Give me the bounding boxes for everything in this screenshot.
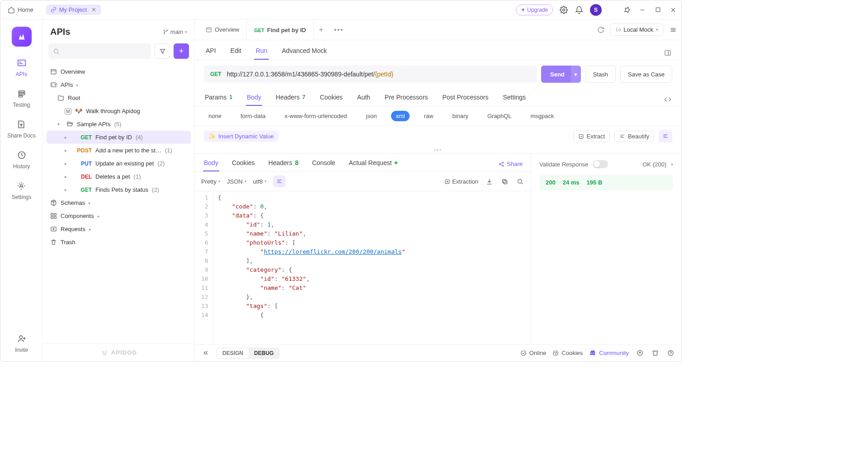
home-button[interactable]: Home bbox=[4, 5, 37, 15]
body-type-msgpack[interactable]: msgpack bbox=[526, 111, 558, 121]
tree-apis-group[interactable]: APIs ▸ bbox=[47, 78, 191, 91]
tree-endpoint[interactable]: ▸ GET Find pet by ID (4) bbox=[47, 131, 191, 144]
branch-selector[interactable]: main ▾ bbox=[163, 28, 187, 35]
mode-advanced-mock[interactable]: Advanced Mock bbox=[280, 47, 329, 60]
new-tab-button[interactable]: + bbox=[314, 26, 329, 34]
tree-requests[interactable]: Requests ▸ bbox=[47, 222, 191, 236]
body-type-form-data[interactable]: form-data bbox=[236, 111, 270, 121]
tree-overview[interactable]: Overview bbox=[47, 65, 191, 78]
extract-button[interactable]: Extract bbox=[573, 131, 610, 142]
pin-icon[interactable] bbox=[623, 5, 632, 14]
collapse-left-icon[interactable] bbox=[201, 349, 210, 358]
req-tab-pre[interactable]: Pre Processors bbox=[384, 94, 429, 106]
mode-design[interactable]: DESIGN bbox=[217, 348, 249, 358]
sidebar-search-input[interactable] bbox=[48, 43, 151, 59]
tree-components[interactable]: Components ▸ bbox=[47, 209, 191, 222]
tree-root[interactable]: Root bbox=[47, 91, 191, 104]
rail-history[interactable]: History bbox=[13, 149, 30, 170]
response-body-viewer[interactable]: 1234567891011121314 { "code": 0, "data":… bbox=[195, 191, 531, 344]
search-response-icon[interactable] bbox=[515, 177, 524, 186]
req-tab-body[interactable]: Body bbox=[246, 94, 262, 106]
rail-apis[interactable]: APIs bbox=[15, 57, 28, 77]
mode-debug[interactable]: DEBUG bbox=[249, 348, 279, 358]
resize-handle[interactable]: ••• bbox=[195, 146, 681, 153]
body-type-xml[interactable]: xml bbox=[391, 111, 409, 121]
refresh-icon[interactable] bbox=[596, 25, 605, 34]
body-type-binary[interactable]: binary bbox=[448, 111, 473, 121]
chevron-down-icon[interactable]: ▾ bbox=[671, 162, 673, 167]
shirt-icon[interactable] bbox=[651, 349, 660, 358]
req-tab-auth[interactable]: Auth bbox=[356, 94, 371, 106]
tree-sample-apis[interactable]: ▾ Sample APIs (5) bbox=[47, 118, 191, 131]
resp-tab-cookies[interactable]: Cookies bbox=[231, 159, 256, 171]
rail-invite[interactable]: Invite bbox=[15, 332, 28, 353]
body-type-none[interactable]: none bbox=[204, 111, 226, 121]
tree-trash[interactable]: Trash bbox=[47, 236, 191, 249]
download-icon[interactable] bbox=[485, 177, 494, 186]
tab-more-icon[interactable]: ••• bbox=[329, 26, 349, 33]
close-tab-icon[interactable]: ✕ bbox=[91, 6, 96, 13]
wrap-toggle-icon[interactable] bbox=[273, 175, 286, 187]
send-dropdown[interactable]: ▾ bbox=[571, 66, 581, 83]
resp-tab-console[interactable]: Console bbox=[311, 159, 336, 171]
close-window-icon[interactable] bbox=[669, 5, 678, 14]
tree-endpoint[interactable]: ▸ PUT Update an existing pet (2) bbox=[47, 157, 191, 170]
app-logo[interactable] bbox=[12, 27, 32, 47]
gear-icon[interactable] bbox=[559, 5, 568, 14]
tree-schemas[interactable]: Schemas ▸ bbox=[47, 196, 191, 209]
tree-endpoint[interactable]: ▸ GET Finds Pets by status (2) bbox=[47, 183, 191, 196]
panel-toggle-icon[interactable] bbox=[663, 51, 672, 60]
status-online[interactable]: Online bbox=[520, 350, 547, 356]
help-icon[interactable] bbox=[666, 349, 675, 358]
bell-icon[interactable] bbox=[575, 5, 584, 14]
upload-icon[interactable] bbox=[635, 349, 644, 358]
resp-tab-headers[interactable]: Headers8 bbox=[268, 159, 300, 171]
save-as-case-button[interactable]: Save as Case bbox=[620, 66, 672, 83]
view-pretty-select[interactable]: Pretty▾ bbox=[201, 178, 221, 185]
req-tab-headers[interactable]: Headers7 bbox=[275, 94, 307, 106]
stash-button[interactable]: Stash bbox=[585, 66, 616, 83]
validate-response-toggle[interactable] bbox=[593, 160, 608, 168]
filter-button[interactable] bbox=[155, 43, 170, 59]
url-input[interactable]: GET http://127.0.0.1:3658/m1/436865-3909… bbox=[204, 66, 537, 83]
rail-settings[interactable]: Settings bbox=[12, 180, 31, 200]
beautify-button[interactable]: Beautify bbox=[614, 131, 654, 142]
body-type-x-www-form-urlencoded[interactable]: x-www-form-urlencoded bbox=[280, 111, 352, 121]
tree-endpoint[interactable]: ▸ DEL Deletes a pet (1) bbox=[47, 170, 191, 183]
mode-run[interactable]: Run bbox=[254, 47, 269, 60]
req-tab-cookies[interactable]: Cookies bbox=[319, 94, 344, 106]
body-type-raw[interactable]: raw bbox=[420, 111, 438, 121]
rail-share-docs[interactable]: Share Docs bbox=[7, 118, 36, 139]
tree-endpoint[interactable]: ▸ POST Add a new pet to the st… (1) bbox=[47, 144, 191, 157]
environment-selector[interactable]: Lo Local Mock ▾ bbox=[610, 24, 664, 36]
resp-tab-body[interactable]: Body bbox=[203, 159, 219, 171]
upgrade-button[interactable]: ✦ Upgrade bbox=[516, 5, 553, 15]
status-community[interactable]: Community bbox=[589, 350, 629, 357]
tab-find-pet[interactable]: GET Find pet by ID bbox=[246, 19, 314, 40]
avatar[interactable]: S bbox=[590, 4, 602, 16]
status-cookies[interactable]: Cookies bbox=[552, 350, 583, 356]
minimize-icon[interactable] bbox=[638, 5, 647, 14]
tab-overview[interactable]: Overview bbox=[198, 19, 246, 40]
resp-tab-actual[interactable]: Actual Request bbox=[348, 159, 398, 171]
add-button[interactable]: + bbox=[174, 43, 189, 59]
project-tab[interactable]: My Project ✕ bbox=[46, 5, 101, 15]
maximize-icon[interactable] bbox=[653, 5, 662, 14]
tree-walkthrough[interactable]: M 🐶 Walk through Apidog bbox=[47, 104, 191, 118]
mode-edit[interactable]: Edit bbox=[229, 47, 243, 60]
rail-testing[interactable]: Testing bbox=[13, 87, 30, 108]
extraction-button[interactable]: Extraction bbox=[444, 178, 478, 185]
copy-icon[interactable] bbox=[500, 177, 509, 186]
format-select[interactable]: JSON▾ bbox=[227, 178, 247, 185]
format-toggle-icon[interactable] bbox=[659, 130, 672, 142]
send-button[interactable]: Send bbox=[541, 66, 574, 83]
body-type-json[interactable]: json bbox=[362, 111, 382, 121]
menu-icon[interactable] bbox=[669, 25, 678, 34]
req-tab-post[interactable]: Post Processors bbox=[442, 94, 490, 106]
body-type-GraphQL[interactable]: GraphQL bbox=[483, 111, 516, 121]
mode-api[interactable]: API bbox=[204, 47, 218, 60]
code-icon[interactable] bbox=[663, 97, 672, 106]
encoding-select[interactable]: utf8▾ bbox=[253, 178, 267, 185]
insert-dynamic-value-button[interactable]: ✨ Insert Dynamic Value bbox=[204, 131, 278, 142]
share-button[interactable]: Share bbox=[498, 161, 523, 171]
